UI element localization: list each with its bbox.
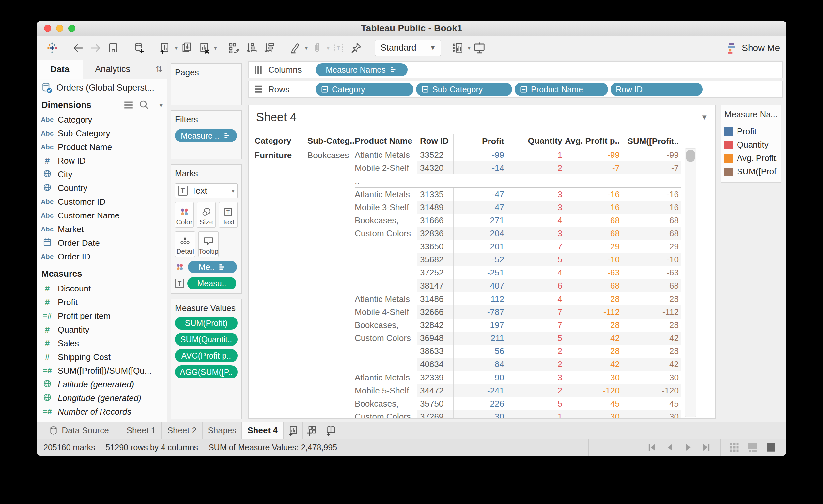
field-discount[interactable]: #Discount [37,282,167,295]
minimize-window-button[interactable] [56,25,63,32]
mark-cell-avg[interactable]: -63 [564,268,622,278]
mark-cell-avg[interactable]: -112 [564,307,622,317]
row-id-cell[interactable]: 34472 [417,386,453,396]
text-button[interactable]: TText [219,202,237,228]
pill-category[interactable]: Category [316,83,414,96]
vertical-scrollbar[interactable] [685,148,696,417]
product-name-header[interactable]: Atlantic Metals Mobile 5-Shelf Bookcases… [355,371,417,418]
row-id-cell[interactable]: 32339 [417,372,453,383]
tab-analytics[interactable]: Analytics ⇅ [83,60,167,79]
mark-cell-qty[interactable]: 5 [506,333,564,343]
highlight-button[interactable] [286,39,304,56]
dimensions-menu-caret[interactable]: ▾ [159,101,163,109]
mark-cell-avg[interactable]: 30 [564,372,622,383]
mark-cell-sum[interactable]: 45 [622,397,681,410]
row-id-cell[interactable]: 33650 [417,242,453,252]
mark-cell-avg[interactable]: 45 [564,399,622,409]
mark-cell-profit[interactable]: 211 [453,331,506,344]
mark-type-caret[interactable]: ▾ [231,187,234,195]
legend-item-avg-profit[interactable]: Avg. Profit.. [724,152,777,165]
mark-cell-qty[interactable]: 5 [506,399,564,409]
new-worksheet-button[interactable] [284,422,303,439]
show-labels-caret[interactable]: ▾ [468,44,471,51]
row-id-cell[interactable]: 35682 [417,255,453,265]
group-members-button[interactable] [308,39,326,56]
field-order-id[interactable]: AbcOrder ID [37,250,167,263]
pill-sum-quantit[interactable]: SUM(Quantit.. [175,333,237,346]
mark-cell-sum[interactable]: 28 [622,344,681,357]
field-country[interactable]: Country [37,181,167,195]
mark-cell-avg[interactable]: -10 [564,255,622,265]
row-id-cell[interactable]: 34320 [417,163,453,173]
product-name-header[interactable]: Atlantic Metals Mobile 2-Shelf .. [355,148,417,188]
fit-caret-icon[interactable]: ▼ [425,40,441,56]
mark-cell-sum[interactable]: 28 [622,318,681,331]
measure-names-legend[interactable]: Measure Na... ProfitQuantityAvg. Profit.… [721,105,781,183]
mark-cell-qty[interactable]: 3 [506,203,564,213]
mark-cell-qty[interactable]: 2 [506,163,564,173]
remove-level-icon[interactable] [421,85,429,93]
clear-sheet-button[interactable] [195,39,213,56]
row-id-cell[interactable]: 31335 [417,189,453,200]
next-page-button[interactable] [682,441,694,453]
new-worksheet-button[interactable] [156,39,174,56]
field-product-name[interactable]: AbcProduct Name [37,140,167,154]
field-latitude-generated[interactable]: Latitude (generated) [37,377,167,391]
redo-button[interactable] [87,39,105,56]
row-id-cell[interactable]: 37252 [417,268,453,278]
tab-sheet-1[interactable]: Sheet 1 [121,422,162,439]
mark-cell-avg[interactable]: 28 [564,320,622,330]
row-id-cell[interactable]: 32842 [417,320,453,330]
undo-button[interactable] [69,39,87,56]
sort-ascending-button[interactable] [243,39,261,56]
mark-cell-qty[interactable]: 7 [506,307,564,317]
filters-shelf[interactable]: Filters Measure .. [171,110,242,159]
mark-cell-profit[interactable]: 226 [453,397,506,410]
rows-shelf[interactable]: Rows CategorySub-CategoryProduct NameRow… [248,81,783,98]
mark-cell-qty[interactable]: 4 [506,294,564,304]
mark-cell-profit[interactable]: 201 [453,240,506,253]
mark-cell-qty[interactable]: 4 [506,268,564,278]
column-header-avg-profit-p[interactable]: Avg. Profit p.. [564,134,622,148]
mark-cell-qty[interactable]: 3 [506,229,564,239]
column-header-profit[interactable]: Profit [453,134,506,148]
mark-cell-profit[interactable]: -14 [453,161,506,175]
measure-values-card[interactable]: Measure Values SUM(Profit)SUM(Quantit..A… [171,299,242,419]
mark-cell-avg[interactable]: 68 [564,229,622,239]
mark-cell-avg[interactable]: -16 [564,189,622,200]
mark-cell-sum[interactable]: 29 [622,240,681,253]
mark-cell-qty[interactable]: 2 [506,359,564,369]
tab-sheet-2[interactable]: Sheet 2 [162,422,203,439]
mark-cell-profit[interactable]: 56 [453,344,506,357]
show-filmstrip-button[interactable] [747,441,759,453]
mark-cell-qty[interactable]: 1 [506,412,564,419]
mark-cell-sum[interactable]: -120 [622,384,681,397]
new-story-button[interactable] [321,422,340,439]
clear-sheet-caret[interactable]: ▾ [214,44,217,51]
search-icon[interactable] [138,99,150,111]
field-number-of-records[interactable]: =#Number of Records [37,405,167,419]
fit-selector[interactable]: Standard ▼ [375,40,441,56]
field-customer-id[interactable]: AbcCustomer ID [37,195,167,209]
mark-cell-qty[interactable]: 7 [506,320,564,330]
column-header-sub-categ[interactable]: Sub-Categ.. [307,134,355,148]
mark-cell-qty[interactable]: 4 [506,216,564,226]
new-worksheet-caret[interactable]: ▾ [175,44,178,51]
field-sub-category[interactable]: AbcSub-Category [37,127,167,140]
mark-cell-qty[interactable]: 1 [506,150,564,160]
pill-measure[interactable]: Measure .. [175,129,237,142]
field-customer-name[interactable]: AbcCustomer Name [37,209,167,222]
product-name-header[interactable]: Atlantic Metals Mobile 4-Shelf Bookcases… [355,292,417,371]
first-page-button[interactable] [646,441,658,453]
mark-cell-avg[interactable]: -7 [564,163,622,173]
tab-shapes[interactable]: Shapes [203,422,242,439]
zoom-window-button[interactable] [68,25,75,32]
sort-fields-icon[interactable]: ⇅ [155,64,163,74]
legend-item-quantity[interactable]: Quantity [724,138,777,152]
row-id-cell[interactable]: 35750 [417,399,453,409]
mark-cell-profit[interactable]: -241 [453,384,506,397]
mark-cell-profit[interactable]: 112 [453,292,506,305]
mark-cell-profit[interactable]: 204 [453,227,506,240]
mark-cell-profit[interactable]: -99 [453,148,506,161]
mark-cell-sum[interactable]: -99 [622,148,681,161]
